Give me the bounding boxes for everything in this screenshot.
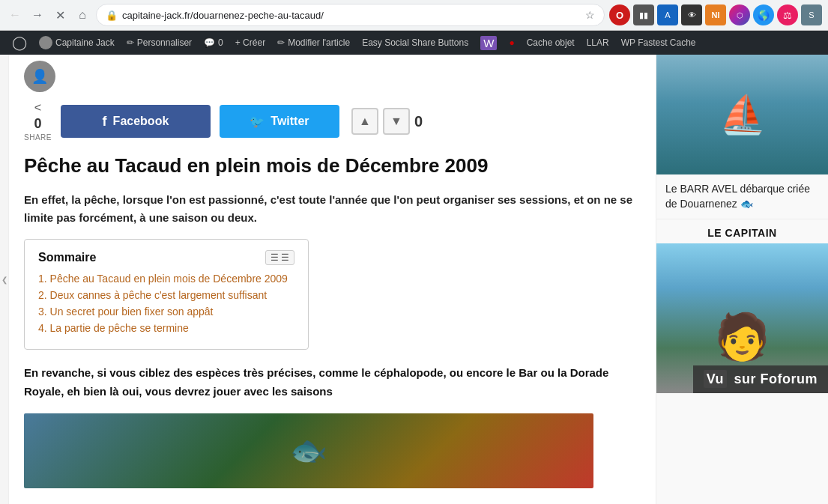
ext-2-a[interactable]: A (657, 4, 678, 25)
facebook-icon: f (103, 114, 107, 130)
toc-num-4: 4. (38, 322, 47, 334)
share-count: 0 (34, 116, 41, 132)
ext-6[interactable]: 🌎 (753, 4, 774, 25)
toc-text-2: Deux cannes à pêche c'est largement suff… (50, 289, 268, 301)
right-sidebar: ⛵ Le BARR AVEL débarque criée de Douarne… (656, 55, 828, 504)
captain-figure-icon: 🧑 (714, 310, 770, 363)
cache-item[interactable]: Cache objet (521, 31, 581, 55)
share-count-wrapper: < 0 SHARE (24, 101, 52, 142)
twitter-label: Twitter (271, 115, 309, 128)
vote-up-button[interactable]: ▲ (351, 108, 378, 135)
toc-toggle-button[interactable]: ☰ ☰ (265, 250, 294, 265)
left-panel: ❮ (0, 55, 9, 504)
ext-7[interactable]: ⚖ (777, 4, 798, 25)
cache-label: Cache objet (527, 37, 575, 48)
share-label: SHARE (24, 133, 52, 142)
ext-8[interactable]: S (801, 4, 822, 25)
wpml-item[interactable]: W (474, 31, 503, 55)
vote-count: 0 (414, 113, 423, 130)
vu-text: Vu (704, 370, 727, 388)
dot-item[interactable]: ● (503, 31, 520, 55)
toc-link-2[interactable]: 2. Deux cannes à pêche c'est largement s… (38, 289, 267, 301)
toc-text-1: Pêche au Tacaud en plein mois de Décembr… (50, 273, 288, 285)
fastest-label: WP Fastest Cache (621, 37, 696, 48)
wp-logo-item[interactable]: ◯ (6, 31, 33, 55)
sidebar-boat-caption: Le BARR AVEL débarque criée de Douarnene… (656, 174, 828, 219)
boat-image-placeholder: ⛵ (656, 55, 828, 174)
account-avatar (39, 36, 52, 49)
toc-title: Sommaire (38, 251, 96, 264)
article-intro: En effet, la pêche, lorsque l'on est pas… (24, 191, 641, 227)
essb-item[interactable]: Easy Social Share Buttons (356, 31, 474, 55)
article-image: 🐟 (24, 413, 593, 488)
lock-icon: 🔒 (106, 10, 118, 21)
sidebar-boat-image: ⛵ (656, 55, 828, 174)
twitter-button[interactable]: 🐦 Twitter (220, 105, 339, 138)
browser-actions: O ▮▮ A 👁 NI ⬡ 🌎 ⚖ S (609, 4, 822, 25)
opera-icon[interactable]: O (609, 4, 630, 25)
toc-link-4[interactable]: 4. La partie de pêche se termine (38, 322, 189, 334)
article-content: Pêche au Tacaud en plein mois de Décembr… (9, 148, 656, 500)
wp-logo-icon: ◯ (12, 34, 27, 51)
back-button[interactable]: ← (6, 6, 24, 24)
forward-button[interactable]: → (28, 6, 46, 24)
comments-item[interactable]: 💬 0 (198, 31, 229, 55)
list-item: 4. La partie de pêche se termine (38, 322, 294, 334)
red-dot-icon: ● (509, 37, 514, 48)
article-body: En revanche, si vous ciblez des espèces … (24, 363, 641, 401)
ext-1[interactable]: ▮▮ (633, 4, 654, 25)
edit-icon: ✏ (277, 37, 285, 48)
article-title: Pêche au Tacaud en plein mois de Décembr… (24, 154, 641, 179)
home-button[interactable]: ⌂ (73, 6, 91, 24)
page-wrapper: ❮ 👤 < 0 SHARE f Facebook 🐦 Twitter (0, 55, 828, 504)
account-name: Capitaine Jack (55, 37, 115, 48)
table-of-contents: Sommaire ☰ ☰ 1. Pêche au Tacaud en plein… (24, 239, 309, 350)
llar-item[interactable]: LLAR (581, 31, 615, 55)
avatar-area: 👤 (9, 55, 656, 95)
facebook-button[interactable]: f Facebook (61, 105, 211, 138)
brush-icon: ✏ (127, 37, 134, 48)
create-label: + Créer (235, 37, 265, 48)
social-share-bar: < 0 SHARE f Facebook 🐦 Twitter ▲ ▼ 0 (9, 95, 656, 148)
share-icon: < (34, 101, 41, 115)
list-item: 3. Un secret pour bien fixer son appât (38, 306, 294, 318)
reload-button[interactable]: ✕ (51, 6, 69, 24)
edit-item[interactable]: ✏ Modifier l'article (271, 31, 356, 55)
wpml-icon: W (480, 36, 497, 50)
customize-item[interactable]: ✏ Personnaliser (121, 31, 198, 55)
my-account-item[interactable]: Capitaine Jack (33, 31, 121, 55)
foforum-badge: Vu sur Foforum (693, 365, 828, 393)
edit-label: Modifier l'article (288, 37, 350, 48)
avatar-placeholder: 👤 (31, 68, 48, 85)
facebook-label: Facebook (113, 115, 169, 128)
left-arrow-icon[interactable]: ❮ (1, 276, 7, 284)
toc-link-3[interactable]: 3. Un secret pour bien fixer son appât (38, 306, 213, 318)
toc-num-3: 3. (38, 306, 47, 318)
address-bar: 🔒 ☆ (96, 4, 605, 26)
comment-icon: 💬 (204, 37, 215, 48)
vote-down-button[interactable]: ▼ (383, 108, 410, 135)
url-input[interactable] (122, 10, 581, 21)
avatar: 👤 (24, 61, 55, 92)
toc-text-4: La partie de pêche se termine (50, 322, 189, 334)
llar-label: LLAR (587, 37, 609, 48)
essb-label: Easy Social Share Buttons (362, 37, 468, 48)
toc-list: 1. Pêche au Tacaud en plein mois de Déce… (38, 273, 294, 334)
browser-chrome: ← → ✕ ⌂ 🔒 ☆ O ▮▮ A 👁 NI ⬡ 🌎 ⚖ S (0, 0, 828, 31)
customize-label: Personnaliser (137, 37, 192, 48)
ext-4[interactable]: NI (705, 4, 726, 25)
list-item: 1. Pêche au Tacaud en plein mois de Déce… (38, 273, 294, 285)
create-item[interactable]: + Créer (229, 31, 271, 55)
list-item: 2. Deux cannes à pêche c'est largement s… (38, 289, 294, 301)
wp-admin-bar: ◯ Capitaine Jack ✏ Personnaliser 💬 0 + C… (0, 31, 828, 55)
comments-count: 0 (218, 37, 223, 48)
toc-link-1[interactable]: 1. Pêche au Tacaud en plein mois de Déce… (38, 273, 288, 285)
fastest-cache-item[interactable]: WP Fastest Cache (615, 31, 702, 55)
browser-toolbar: ← → ✕ ⌂ 🔒 ☆ O ▮▮ A 👁 NI ⬡ 🌎 ⚖ S (0, 0, 828, 30)
toc-num-1: 1. (38, 273, 47, 285)
captain-section-title: LE CAPITAIN (656, 219, 828, 243)
toc-text-3: Un secret pour bien fixer son appât (50, 306, 214, 318)
star-icon[interactable]: ☆ (585, 9, 595, 21)
ext-5[interactable]: ⬡ (729, 4, 750, 25)
ext-3[interactable]: 👁 (681, 4, 702, 25)
